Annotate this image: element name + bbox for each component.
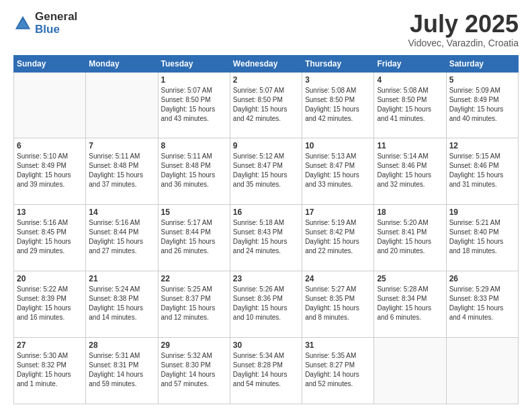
day-cell: 28Sunrise: 5:31 AM Sunset: 8:31 PM Dayli… xyxy=(86,338,158,404)
logo-icon xyxy=(13,14,32,33)
day-detail: Sunrise: 5:11 AM Sunset: 8:48 PM Dayligh… xyxy=(89,152,154,189)
logo-general: General xyxy=(35,11,77,24)
day-cell: 11Sunrise: 5:14 AM Sunset: 8:46 PM Dayli… xyxy=(374,138,446,205)
day-cell xyxy=(446,338,518,404)
col-header-sunday: Sunday xyxy=(14,55,86,72)
day-number: 24 xyxy=(305,274,371,283)
day-detail: Sunrise: 5:29 AM Sunset: 8:33 PM Dayligh… xyxy=(449,285,515,322)
day-cell: 7Sunrise: 5:11 AM Sunset: 8:48 PM Daylig… xyxy=(86,138,158,205)
day-number: 7 xyxy=(89,141,154,150)
title-block: July 2025 Vidovec, Varazdin, Croatia xyxy=(408,11,519,48)
day-number: 5 xyxy=(449,75,515,85)
day-cell: 19Sunrise: 5:21 AM Sunset: 8:40 PM Dayli… xyxy=(446,205,518,271)
day-detail: Sunrise: 5:28 AM Sunset: 8:34 PM Dayligh… xyxy=(377,285,443,322)
day-number: 12 xyxy=(449,141,515,150)
day-detail: Sunrise: 5:09 AM Sunset: 8:49 PM Dayligh… xyxy=(449,86,515,124)
day-cell: 12Sunrise: 5:15 AM Sunset: 8:46 PM Dayli… xyxy=(446,138,518,205)
location: Vidovec, Varazdin, Croatia xyxy=(408,38,519,48)
logo: General Blue xyxy=(13,11,77,36)
day-number: 21 xyxy=(89,274,154,283)
day-cell: 14Sunrise: 5:16 AM Sunset: 8:44 PM Dayli… xyxy=(86,205,158,271)
day-number: 4 xyxy=(377,75,443,85)
day-number: 16 xyxy=(233,208,299,217)
day-number: 22 xyxy=(161,274,227,283)
day-cell xyxy=(374,338,446,404)
day-cell: 26Sunrise: 5:29 AM Sunset: 8:33 PM Dayli… xyxy=(446,271,518,338)
day-number: 6 xyxy=(17,141,83,150)
day-detail: Sunrise: 5:11 AM Sunset: 8:48 PM Dayligh… xyxy=(161,152,227,189)
day-cell: 9Sunrise: 5:12 AM Sunset: 8:47 PM Daylig… xyxy=(230,138,302,205)
day-cell: 30Sunrise: 5:34 AM Sunset: 8:28 PM Dayli… xyxy=(230,338,302,404)
day-detail: Sunrise: 5:22 AM Sunset: 8:39 PM Dayligh… xyxy=(17,285,83,322)
day-cell: 24Sunrise: 5:27 AM Sunset: 8:35 PM Dayli… xyxy=(302,271,374,338)
day-cell: 21Sunrise: 5:24 AM Sunset: 8:38 PM Dayli… xyxy=(86,271,158,338)
day-cell: 2Sunrise: 5:07 AM Sunset: 8:50 PM Daylig… xyxy=(230,72,302,138)
day-detail: Sunrise: 5:10 AM Sunset: 8:49 PM Dayligh… xyxy=(17,152,83,189)
col-header-wednesday: Wednesday xyxy=(230,55,302,72)
day-number: 17 xyxy=(305,208,371,217)
day-detail: Sunrise: 5:34 AM Sunset: 8:28 PM Dayligh… xyxy=(233,351,299,389)
day-cell: 15Sunrise: 5:17 AM Sunset: 8:44 PM Dayli… xyxy=(158,205,230,271)
day-number: 29 xyxy=(161,340,227,350)
day-cell: 31Sunrise: 5:35 AM Sunset: 8:27 PM Dayli… xyxy=(302,338,374,404)
day-detail: Sunrise: 5:16 AM Sunset: 8:44 PM Dayligh… xyxy=(89,218,154,256)
day-detail: Sunrise: 5:32 AM Sunset: 8:30 PM Dayligh… xyxy=(161,351,227,389)
day-number: 1 xyxy=(161,75,227,85)
day-cell: 4Sunrise: 5:08 AM Sunset: 8:50 PM Daylig… xyxy=(374,72,446,138)
day-detail: Sunrise: 5:21 AM Sunset: 8:40 PM Dayligh… xyxy=(449,218,515,256)
week-row-2: 6Sunrise: 5:10 AM Sunset: 8:49 PM Daylig… xyxy=(14,138,519,205)
header: General Blue July 2025 Vidovec, Varazdin… xyxy=(13,11,519,48)
day-number: 13 xyxy=(17,208,83,217)
day-cell: 13Sunrise: 5:16 AM Sunset: 8:45 PM Dayli… xyxy=(14,205,86,271)
day-detail: Sunrise: 5:07 AM Sunset: 8:50 PM Dayligh… xyxy=(161,86,227,124)
day-detail: Sunrise: 5:07 AM Sunset: 8:50 PM Dayligh… xyxy=(233,86,299,124)
day-detail: Sunrise: 5:18 AM Sunset: 8:43 PM Dayligh… xyxy=(233,218,299,256)
logo-blue: Blue xyxy=(35,24,77,36)
day-detail: Sunrise: 5:16 AM Sunset: 8:45 PM Dayligh… xyxy=(17,218,83,256)
day-detail: Sunrise: 5:15 AM Sunset: 8:46 PM Dayligh… xyxy=(449,152,515,189)
day-cell: 8Sunrise: 5:11 AM Sunset: 8:48 PM Daylig… xyxy=(158,138,230,205)
day-detail: Sunrise: 5:24 AM Sunset: 8:38 PM Dayligh… xyxy=(89,285,154,322)
day-detail: Sunrise: 5:26 AM Sunset: 8:36 PM Dayligh… xyxy=(233,285,299,322)
day-detail: Sunrise: 5:31 AM Sunset: 8:31 PM Dayligh… xyxy=(89,351,154,389)
col-header-tuesday: Tuesday xyxy=(158,55,230,72)
day-cell: 25Sunrise: 5:28 AM Sunset: 8:34 PM Dayli… xyxy=(374,271,446,338)
day-detail: Sunrise: 5:30 AM Sunset: 8:32 PM Dayligh… xyxy=(17,351,83,389)
day-number: 20 xyxy=(17,274,83,283)
day-number: 28 xyxy=(89,340,154,350)
day-number: 27 xyxy=(17,340,83,350)
day-detail: Sunrise: 5:17 AM Sunset: 8:44 PM Dayligh… xyxy=(161,218,227,256)
day-cell xyxy=(14,72,86,138)
day-cell: 16Sunrise: 5:18 AM Sunset: 8:43 PM Dayli… xyxy=(230,205,302,271)
day-number: 10 xyxy=(305,141,371,150)
week-row-5: 27Sunrise: 5:30 AM Sunset: 8:32 PM Dayli… xyxy=(14,338,519,404)
day-detail: Sunrise: 5:08 AM Sunset: 8:50 PM Dayligh… xyxy=(305,86,371,124)
col-header-saturday: Saturday xyxy=(446,55,518,72)
day-cell: 17Sunrise: 5:19 AM Sunset: 8:42 PM Dayli… xyxy=(302,205,374,271)
day-detail: Sunrise: 5:20 AM Sunset: 8:41 PM Dayligh… xyxy=(377,218,443,256)
day-cell: 6Sunrise: 5:10 AM Sunset: 8:49 PM Daylig… xyxy=(14,138,86,205)
day-cell: 27Sunrise: 5:30 AM Sunset: 8:32 PM Dayli… xyxy=(14,338,86,404)
day-detail: Sunrise: 5:12 AM Sunset: 8:47 PM Dayligh… xyxy=(233,152,299,189)
col-header-friday: Friday xyxy=(374,55,446,72)
day-number: 23 xyxy=(233,274,299,283)
col-header-monday: Monday xyxy=(86,55,158,72)
day-number: 19 xyxy=(449,208,515,217)
day-detail: Sunrise: 5:27 AM Sunset: 8:35 PM Dayligh… xyxy=(305,285,371,322)
day-detail: Sunrise: 5:14 AM Sunset: 8:46 PM Dayligh… xyxy=(377,152,443,189)
day-number: 14 xyxy=(89,208,154,217)
day-number: 26 xyxy=(449,274,515,283)
day-detail: Sunrise: 5:35 AM Sunset: 8:27 PM Dayligh… xyxy=(305,351,371,389)
week-row-3: 13Sunrise: 5:16 AM Sunset: 8:45 PM Dayli… xyxy=(14,205,519,271)
day-cell: 22Sunrise: 5:25 AM Sunset: 8:37 PM Dayli… xyxy=(158,271,230,338)
day-number: 3 xyxy=(305,75,371,85)
day-detail: Sunrise: 5:13 AM Sunset: 8:47 PM Dayligh… xyxy=(305,152,371,189)
day-detail: Sunrise: 5:08 AM Sunset: 8:50 PM Dayligh… xyxy=(377,86,443,124)
day-cell: 18Sunrise: 5:20 AM Sunset: 8:41 PM Dayli… xyxy=(374,205,446,271)
day-number: 25 xyxy=(377,274,443,283)
week-row-4: 20Sunrise: 5:22 AM Sunset: 8:39 PM Dayli… xyxy=(14,271,519,338)
day-cell: 10Sunrise: 5:13 AM Sunset: 8:47 PM Dayli… xyxy=(302,138,374,205)
day-number: 18 xyxy=(377,208,443,217)
page: General Blue July 2025 Vidovec, Varazdin… xyxy=(0,0,532,411)
month-title: July 2025 xyxy=(408,11,519,38)
